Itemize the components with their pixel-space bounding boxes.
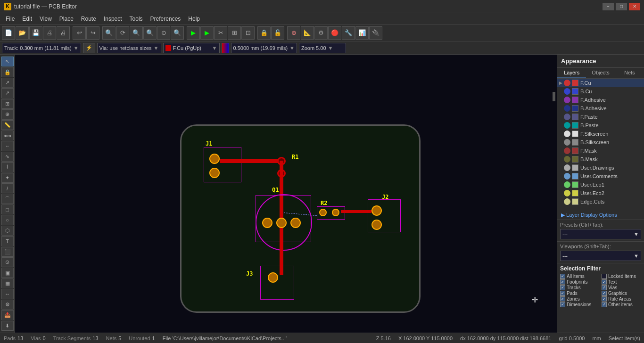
zoom-custom-button[interactable]: 🔍 (171, 26, 184, 40)
q1-pad1[interactable] (262, 218, 272, 228)
minimize-button[interactable]: − (603, 3, 614, 10)
layer-row-bmask[interactable]: B.Mask (557, 155, 644, 163)
settings-button[interactable]: ⚙ (314, 26, 328, 40)
sel-cb-all-items[interactable] (560, 274, 565, 279)
dim-tool[interactable]: ↔ (1, 289, 14, 299)
pcb-canvas[interactable]: J1 R1 Q1 (15, 55, 557, 333)
j2-pad1[interactable] (372, 205, 382, 216)
layer-row-udraw[interactable]: User.Drawings (557, 163, 644, 172)
route-tool[interactable]: ↗ (1, 78, 14, 88)
canvas-area[interactable]: J1 R1 Q1 (15, 55, 557, 333)
layer-row-fmask[interactable]: F.Mask (557, 147, 644, 155)
layer-row-fsilk[interactable]: F.Silkscreen (557, 130, 644, 138)
arc-tool[interactable]: ∿ (1, 152, 14, 162)
zone-tool[interactable]: ▣ (1, 268, 14, 278)
cut-button[interactable]: ✂ (214, 26, 227, 40)
menu-tools[interactable]: Tools (126, 15, 147, 23)
step-tool[interactable]: ↔ (1, 141, 14, 151)
viewports-dropdown[interactable]: --- ▼ (560, 251, 641, 261)
width-dropdown[interactable]: 0.5000 mm (19.69 mils) ▼ (231, 43, 297, 53)
layer-row-fpaste[interactable]: F.Paste (557, 113, 644, 121)
j2-pad2[interactable] (372, 220, 382, 230)
save-button[interactable]: 💾 (29, 26, 42, 40)
tune-tool[interactable]: ⌇ (1, 162, 14, 172)
layer-eye-bsilk[interactable] (564, 139, 570, 146)
menu-place[interactable]: Place (56, 15, 77, 23)
sel-cb-other-items[interactable] (602, 302, 607, 307)
layer-eye-bpaste[interactable] (564, 122, 570, 129)
chart-button[interactable]: 📊 (355, 26, 369, 40)
netlist-button[interactable]: 📐 (301, 26, 314, 40)
export-tool[interactable]: 📤 (1, 310, 14, 320)
print2-button[interactable]: 🖨 (57, 26, 70, 40)
layer-eye-badhesive[interactable] (564, 105, 570, 112)
menu-help[interactable]: Help (184, 15, 204, 23)
sel-cb-dimensions[interactable] (560, 302, 565, 307)
layer-row-fadhesive[interactable]: F.Adhesive (557, 96, 644, 104)
sel-cb-footprints[interactable] (560, 279, 565, 285)
track-width-dropdown[interactable]: Track: 0.300 mm (11.81 mils) ▼ (2, 43, 81, 53)
search-button[interactable]: 🔍 (102, 26, 116, 40)
layer-eye-ueco1[interactable] (564, 181, 570, 188)
presets-dropdown[interactable]: --- ▼ (560, 229, 641, 239)
grid-tool[interactable]: ⊞ (1, 99, 14, 109)
layer-eye-udraw[interactable] (564, 164, 570, 171)
close-button[interactable]: ✕ (629, 3, 640, 10)
layer-row-bcu[interactable]: B.Cu (557, 87, 644, 96)
via-size-dropdown[interactable]: Via: use netclass sizes ▼ (97, 43, 161, 53)
run-button[interactable]: ▶ (187, 26, 200, 40)
layer-eye-fcu[interactable] (564, 80, 570, 86)
zoom-dropdown[interactable]: Zoom 5.00 ▼ (299, 43, 346, 53)
tools2-button[interactable]: 🔧 (342, 26, 355, 40)
3d-button[interactable]: 🔴 (328, 26, 341, 40)
layer-row-edgecuts[interactable]: Edge.Cuts (557, 197, 644, 206)
redo-button[interactable]: ↪ (86, 26, 99, 40)
point-tool[interactable]: ✦ (1, 173, 14, 183)
menu-inspect[interactable]: Inspect (100, 15, 126, 23)
layer-eye-ueco2[interactable] (564, 190, 570, 196)
menu-edit[interactable]: Edit (18, 15, 36, 23)
text-tool[interactable]: T (1, 236, 14, 246)
layer-eye-fadhesive[interactable] (564, 97, 570, 103)
mm-tool[interactable]: mm (1, 131, 14, 140)
layer-row-badhesive[interactable]: B.Adhesive (557, 104, 644, 113)
layer-eye-fpaste[interactable] (564, 114, 570, 120)
j1-pad1[interactable] (209, 154, 220, 164)
unlock-button[interactable]: 🔓 (271, 26, 284, 40)
layer-row-ucomments[interactable]: User.Comments (557, 172, 644, 180)
r2-pad2[interactable] (332, 209, 339, 216)
layer-eye-fmask[interactable] (564, 147, 570, 154)
refresh-button[interactable]: ⟳ (116, 26, 129, 40)
zoom-fit-button[interactable]: ⊙ (157, 26, 170, 40)
menu-file[interactable]: File (2, 15, 18, 23)
layer-row-bsilk[interactable]: B.Silkscreen (557, 138, 644, 147)
layer-display-options[interactable]: ▶ Layer Display Options (557, 211, 644, 220)
layer-eye-fsilk[interactable] (564, 131, 570, 137)
tab-nets[interactable]: Nets (615, 68, 644, 78)
zoom-in-button[interactable]: 🔍 (130, 26, 143, 40)
hatched-zone-tool[interactable]: ▦ (1, 278, 14, 288)
measure-tool[interactable]: 📏 (1, 120, 14, 130)
r2-pad1[interactable] (319, 209, 327, 216)
rect-tool[interactable]: □ (1, 204, 14, 214)
layer-row-ueco1[interactable]: User.Eco1 (557, 180, 644, 189)
tab-layers[interactable]: Layers (557, 68, 586, 78)
lock-button[interactable]: 🔒 (257, 26, 271, 40)
circle-tool[interactable]: ○ (1, 215, 14, 225)
tab-objects[interactable]: Objects (586, 68, 615, 78)
sel-cb-zones[interactable] (560, 296, 565, 302)
menu-preferences[interactable]: Preferences (147, 15, 185, 23)
menu-view[interactable]: View (36, 15, 56, 23)
sel-cb-tracks[interactable] (560, 285, 565, 290)
maximize-button[interactable]: □ (616, 3, 627, 10)
layer-row-bpaste[interactable]: B.Paste (557, 121, 644, 130)
q1-pad3[interactable] (290, 218, 301, 228)
print-button[interactable]: 🖨 (43, 26, 56, 40)
script-button[interactable]: 🔌 (369, 26, 382, 40)
q1-pad2[interactable] (276, 218, 287, 228)
layer-eye-edgecuts[interactable] (564, 198, 570, 205)
sel-cb-text[interactable] (602, 279, 607, 285)
sel-cb-rule-areas[interactable] (602, 296, 607, 302)
run2-button[interactable]: ▶ (200, 26, 214, 40)
grid-button[interactable]: ⊞ (228, 26, 241, 40)
